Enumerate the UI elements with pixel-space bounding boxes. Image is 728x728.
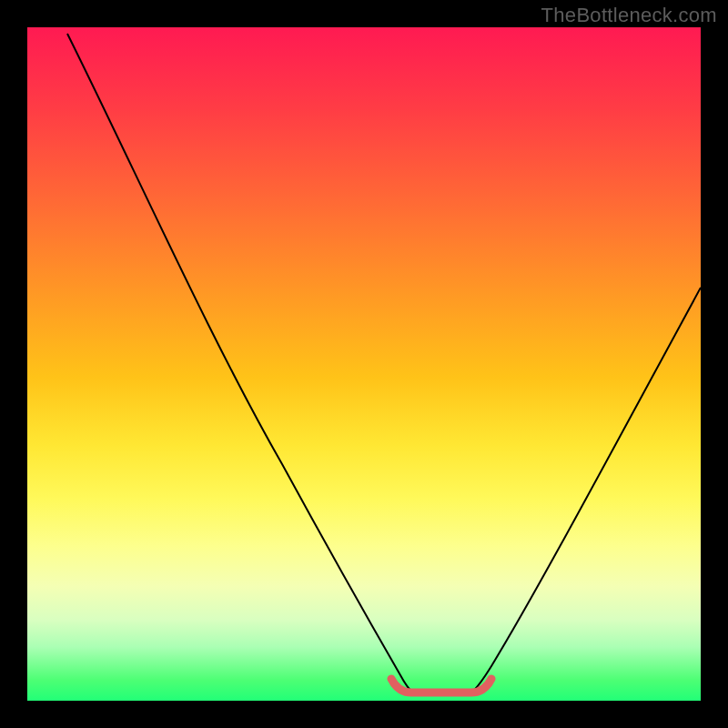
plot-area	[27, 27, 701, 701]
curve-layer	[27, 27, 701, 701]
left-curve	[67, 34, 412, 692]
right-curve	[472, 288, 701, 692]
watermark: TheBottleneck.com	[541, 4, 717, 27]
chart-frame: TheBottleneck.com	[0, 0, 728, 728]
